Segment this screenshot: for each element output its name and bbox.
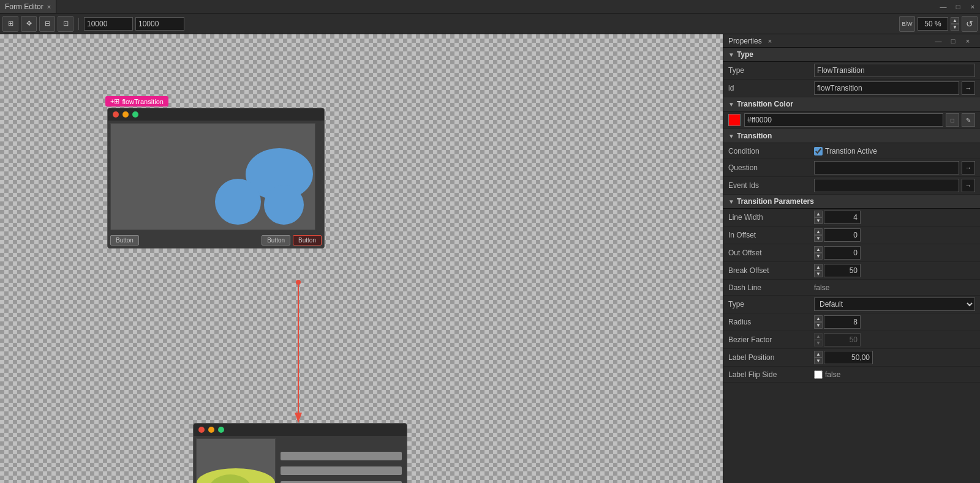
prop-id-row: id → [723, 80, 980, 97]
coord-y-input[interactable] [135, 17, 184, 31]
toolbar-btn-4[interactable]: ⊡ [58, 16, 74, 32]
prop-labelflipside-value: false [825, 370, 840, 379]
prop-question-value-container: → [814, 161, 975, 174]
prop-radius-label: Radius [728, 318, 814, 326]
linewidth-spin-arrows: ▲ ▼ [814, 211, 823, 224]
radius-input[interactable] [824, 315, 861, 329]
prop-type2-select[interactable]: Default Bezier Straight [814, 298, 975, 311]
radius-spin-arrows: ▲ ▼ [814, 315, 823, 329]
prop-condition-row: Condition Transtion Active [723, 143, 980, 159]
transition-params-label: Transition Parameters [737, 197, 814, 206]
toolbar-btn-3[interactable]: ⊟ [39, 16, 55, 32]
prop-eventids-goto-btn[interactable]: → [962, 179, 975, 192]
prop-id-input[interactable] [814, 81, 959, 95]
radius-spinner: ▲ ▼ [814, 315, 975, 329]
labelposition-input[interactable] [824, 351, 873, 364]
prop-linewidth-value-container: ▲ ▼ [814, 211, 975, 224]
props-maximize-btn[interactable]: □ [946, 34, 960, 48]
main-maximize-btn[interactable]: □ [951, 0, 965, 13]
inoffset-up-btn[interactable]: ▲ [814, 228, 823, 235]
prop-breakoffset-value-container: ▲ ▼ [814, 264, 975, 277]
prop-bezier-row: Bezier Factor ▲ ▼ [723, 331, 980, 349]
linewidth-up-btn[interactable]: ▲ [814, 211, 823, 217]
zoom-input[interactable] [918, 17, 948, 31]
dot-green [132, 111, 138, 118]
prop-eventids-row: Event Ids → [723, 177, 980, 195]
type-section-arrow: ▼ [728, 51, 734, 58]
prop-type-input[interactable] [814, 64, 975, 77]
canvas-area[interactable]: +⊞ flowTransition Button Button Butto [0, 34, 723, 483]
transition-color-section-header[interactable]: ▼ Transition Color [723, 97, 980, 111]
prop-id-value-container: → [814, 81, 975, 95]
prop-labelflipside-checkbox[interactable] [814, 370, 823, 379]
node2-dot-yellow [208, 427, 214, 433]
form-node-1[interactable]: +⊞ flowTransition Button Button Butto [107, 108, 325, 249]
node1-body [108, 121, 324, 233]
prop-eventids-value-container: → [814, 179, 975, 192]
props-tab-close[interactable]: × [768, 37, 772, 45]
form-editor-tab-close[interactable]: × [47, 3, 51, 10]
props-close-btn[interactable]: × [960, 34, 975, 48]
prop-type-label: Type [728, 66, 814, 75]
zoom-up-btn[interactable]: ▲ [951, 17, 959, 24]
linewidth-down-btn[interactable]: ▼ [814, 217, 823, 224]
bezier-down-btn[interactable]: ▼ [814, 340, 823, 346]
form-node-2[interactable] [193, 423, 407, 483]
dot-red [113, 111, 119, 118]
node2-header [194, 424, 407, 436]
form-editor-tab[interactable]: Form Editor × [0, 0, 56, 13]
props-minimize-btn[interactable]: — [931, 34, 946, 48]
type-section-header[interactable]: ▼ Type [723, 48, 980, 62]
prop-labelposition-value-container: ▲ ▼ [814, 351, 975, 364]
prop-condition-label: Condition [728, 147, 814, 155]
prop-labelflipside-label: Label Flip Side [728, 370, 814, 379]
linewidth-input[interactable] [824, 211, 861, 224]
breakoffset-input[interactable] [824, 264, 861, 277]
prop-id-goto-btn[interactable]: → [962, 81, 975, 95]
bezier-up-btn[interactable]: ▲ [814, 333, 823, 340]
prop-question-input[interactable] [814, 161, 959, 174]
node1-btn3[interactable]: Button [293, 235, 322, 245]
radius-down-btn[interactable]: ▼ [814, 322, 823, 329]
prop-type-value-container [814, 64, 975, 77]
toolbar-btn-2[interactable]: ✥ [21, 16, 37, 32]
inoffset-down-btn[interactable]: ▼ [814, 235, 823, 242]
node1-btn2[interactable]: Button [262, 235, 290, 245]
color-edit-btn[interactable]: ✎ [962, 113, 975, 127]
prop-labelflipside-value-container: false [814, 370, 975, 379]
reset-zoom-btn[interactable]: ↺ [962, 16, 978, 32]
prop-labelposition-row: Label Position ▲ ▼ [723, 349, 980, 367]
coord-x-input[interactable] [84, 17, 133, 31]
breakoffset-down-btn[interactable]: ▼ [814, 271, 823, 277]
transition-section-arrow: ▼ [728, 133, 734, 140]
radius-up-btn[interactable]: ▲ [814, 315, 823, 322]
outoffset-input[interactable] [824, 246, 861, 260]
prop-eventids-input[interactable] [814, 179, 959, 192]
outoffset-down-btn[interactable]: ▼ [814, 253, 823, 260]
top-bar: Form Editor × — □ × [0, 0, 980, 13]
labelposition-down-btn[interactable]: ▼ [814, 358, 823, 364]
svg-marker-1 [295, 413, 302, 423]
transition-color-label: Transition Color [737, 100, 793, 108]
breakoffset-up-btn[interactable]: ▲ [814, 264, 823, 271]
prop-type2-label: Type [728, 300, 814, 309]
inoffset-input[interactable] [824, 228, 861, 242]
color-copy-btn[interactable]: □ [946, 113, 959, 127]
labelposition-up-btn[interactable]: ▲ [814, 351, 823, 358]
transition-section-header[interactable]: ▼ Transition [723, 129, 980, 143]
transition-params-section-header[interactable]: ▼ Transition Parameters [723, 195, 980, 209]
linewidth-spinner: ▲ ▼ [814, 211, 975, 224]
main-area: +⊞ flowTransition Button Button Butto [0, 34, 980, 483]
prop-question-goto-btn[interactable]: → [962, 161, 975, 174]
outoffset-up-btn[interactable]: ▲ [814, 246, 823, 253]
node1-btn1[interactable]: Button [110, 235, 139, 245]
color-swatch[interactable] [728, 114, 741, 126]
prop-color-input[interactable] [744, 113, 943, 127]
prop-condition-checkbox[interactable] [814, 147, 823, 155]
zoom-down-btn[interactable]: ▼ [951, 24, 959, 31]
color-mode-btn[interactable]: B/W [899, 16, 915, 32]
main-close-btn[interactable]: × [965, 0, 980, 13]
main-minimize-btn[interactable]: — [936, 0, 951, 13]
toolbar-btn-1[interactable]: ⊞ [2, 16, 18, 32]
node1-preview [110, 123, 315, 230]
